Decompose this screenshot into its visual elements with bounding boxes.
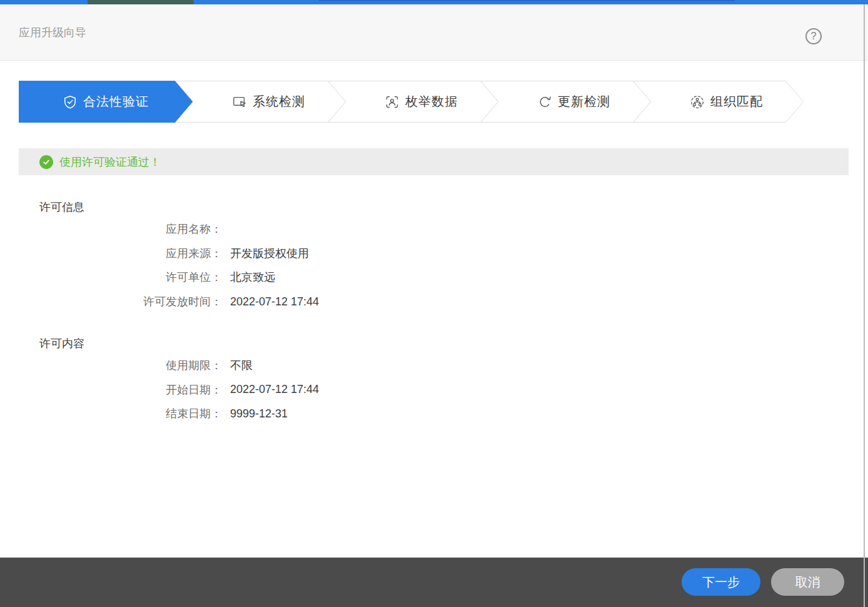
- license-row-usage-period: 使用期限： 不限: [19, 354, 582, 378]
- section-title: 许可内容: [39, 336, 582, 351]
- page-title: 应用升级向导: [19, 4, 86, 61]
- license-row-app-source: 应用来源： 开发版授权使用: [19, 242, 582, 266]
- license-row-licensee: 许可单位： 北京致远: [19, 265, 582, 290]
- browser-top-strip: [0, 0, 868, 4]
- step-update-detection[interactable]: 更新检测: [480, 81, 652, 123]
- success-check-icon: [39, 155, 53, 169]
- license-content-section: 许可内容 使用期限： 不限 开始日期： 2022-07-12 17:44 结束日…: [19, 336, 582, 426]
- step-label: 枚举数据: [405, 93, 458, 110]
- help-icon[interactable]: ?: [805, 28, 822, 44]
- step-label: 组织匹配: [710, 93, 763, 110]
- face-scan-icon: [385, 95, 399, 109]
- license-pass-text: 使用许可验证通过！: [59, 155, 161, 170]
- wizard-header: 应用升级向导 ?: [0, 4, 868, 61]
- step-organization-match[interactable]: 组织匹配: [633, 81, 804, 123]
- cancel-button[interactable]: 取消: [771, 568, 844, 596]
- license-row-issue-time: 许可发放时间： 2022-07-12 17:44: [19, 290, 582, 314]
- shield-check-icon: [63, 95, 77, 109]
- step-legality-verification[interactable]: 合法性验证: [19, 81, 193, 123]
- wizard-footer: 下一步 取消: [0, 558, 868, 607]
- step-label: 合法性验证: [83, 93, 149, 110]
- app-upgrade-wizard-window: 应用升级向导 ? 合法性验证: [0, 0, 868, 607]
- org-match-icon: [690, 95, 704, 109]
- next-step-button[interactable]: 下一步: [682, 568, 760, 596]
- refresh-icon: [538, 95, 552, 109]
- top-strip-dark-segment: [88, 0, 194, 4]
- license-row-start-date: 开始日期： 2022-07-12 17:44: [19, 378, 582, 402]
- license-info-section: 许可信息 应用名称： 应用来源： 开发版授权使用 许可单位： 北京致远 许可发放…: [19, 200, 582, 314]
- step-label: 系统检测: [253, 93, 305, 110]
- monitor-cursor-icon: [233, 95, 246, 109]
- step-label: 更新检测: [558, 93, 610, 110]
- wizard-stepper: 合法性验证 系统检测: [19, 81, 823, 123]
- step-enumerate-data[interactable]: 枚举数据: [328, 81, 499, 123]
- license-row-app-name: 应用名称：: [19, 217, 582, 242]
- right-edge-divider: [864, 4, 865, 607]
- top-strip-shade-line: [319, 0, 735, 1]
- license-row-end-date: 结束日期： 9999-12-31: [19, 402, 582, 426]
- section-title: 许可信息: [39, 200, 582, 215]
- step-system-detection[interactable]: 系统检测: [175, 81, 346, 123]
- license-pass-banner: 使用许可验证通过！: [19, 148, 849, 175]
